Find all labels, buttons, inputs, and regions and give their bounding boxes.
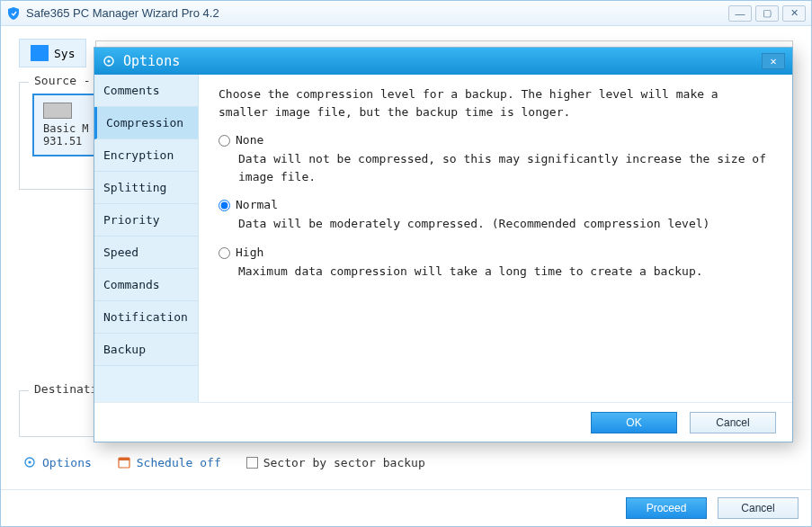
dialog-titlebar: Options ✕	[94, 48, 792, 75]
dialog-title: Options	[123, 53, 180, 69]
bottom-bar: Options Schedule off Sector by sector ba…	[19, 448, 793, 477]
proceed-button[interactable]: Proceed	[626, 497, 707, 519]
radio-none[interactable]: None	[219, 133, 772, 147]
radio-normal-input[interactable]	[219, 200, 230, 211]
cancel-button[interactable]: Cancel	[718, 497, 799, 519]
radio-normal-desc: Data will be moderately compressed. (Rec…	[238, 215, 772, 233]
radio-none-input[interactable]	[219, 135, 230, 147]
sidebar-item-splitting[interactable]: Splitting	[94, 172, 198, 204]
window-title: Safe365 PC Manager Wizard Pro 4.2	[26, 6, 219, 20]
ok-button[interactable]: OK	[591, 412, 677, 433]
dialog-cancel-button[interactable]: Cancel	[690, 412, 776, 433]
intro-text: Choose the compression level for a backu…	[219, 85, 772, 121]
options-content: Choose the compression level for a backu…	[199, 75, 792, 402]
options-link[interactable]: Options	[22, 455, 92, 469]
system-tab[interactable]: Sys	[19, 39, 86, 67]
sidebar-item-encryption[interactable]: Encryption	[94, 139, 198, 172]
app-shield-icon	[6, 6, 21, 21]
radio-none-desc: Data will not be compressed, so this may…	[238, 150, 772, 185]
source-legend: Source -	[29, 74, 96, 87]
calendar-icon	[117, 455, 131, 469]
sidebar-item-compression[interactable]: Compression	[94, 107, 198, 139]
dialog-footer: OK Cancel	[94, 402, 792, 442]
radio-high-input[interactable]	[219, 247, 230, 259]
svg-point-1	[28, 460, 31, 463]
titlebar: Safe365 PC Manager Wizard Pro 4.2 — ▢ ✕	[1, 1, 811, 26]
minimize-button[interactable]: —	[728, 5, 752, 22]
radio-high-desc: Maximum data compression will take a lon…	[238, 263, 772, 281]
sidebar-item-commands[interactable]: Commands	[94, 269, 198, 301]
sector-checkbox[interactable]: Sector by sector backup	[246, 456, 425, 469]
checkbox-icon	[246, 457, 258, 469]
gear-icon	[102, 54, 116, 68]
options-dialog: Options ✕ CommentsCompressionEncryptionS…	[94, 47, 793, 442]
svg-point-5	[107, 59, 110, 62]
hard-drive-icon	[43, 103, 72, 119]
sidebar-item-notification[interactable]: Notification	[94, 301, 198, 334]
sidebar-item-comments[interactable]: Comments	[94, 75, 198, 107]
sidebar-item-backup[interactable]: Backup	[94, 334, 198, 366]
maximize-button[interactable]: ▢	[755, 5, 779, 22]
footer: Proceed Cancel	[1, 489, 811, 526]
close-button[interactable]: ✕	[782, 5, 806, 22]
schedule-link[interactable]: Schedule off	[117, 455, 221, 469]
gear-icon	[22, 455, 37, 469]
destination-legend: Destinati	[29, 382, 103, 396]
tab-label: Sys	[54, 47, 75, 60]
svg-rect-3	[119, 458, 129, 460]
windows-flag-icon	[31, 45, 49, 61]
radio-normal[interactable]: Normal	[219, 198, 772, 211]
radio-high[interactable]: High	[219, 246, 772, 259]
sidebar-item-priority[interactable]: Priority	[94, 204, 198, 237]
options-sidebar: CommentsCompressionEncryptionSplittingPr…	[94, 75, 199, 402]
sidebar-item-speed[interactable]: Speed	[94, 237, 198, 269]
dialog-close-button[interactable]: ✕	[762, 53, 785, 69]
